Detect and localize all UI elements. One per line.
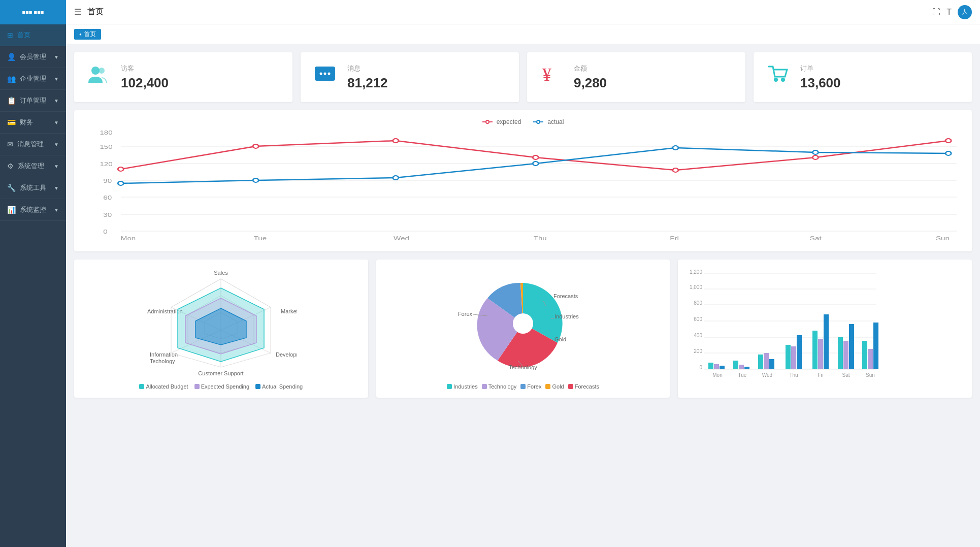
pie-label-gold: Gold [552, 383, 564, 390]
svg-point-38 [393, 176, 399, 180]
pie-legend-gold: Gold [545, 383, 564, 390]
radar-legend: Allocated Budget Expected Spending Actua… [139, 383, 303, 390]
pie-legend-forex: Forex [520, 383, 541, 390]
header-title: 首页 [87, 7, 104, 17]
pie-legend-industries: Industries [447, 383, 478, 390]
svg-text:Wed: Wed [762, 372, 772, 378]
messages-value: 81,212 [347, 75, 388, 91]
member-icon: 👤 [7, 53, 16, 61]
pie-label-forecasts: Forecasts [575, 383, 599, 390]
radar-chart-card: Sales Marketing Development Customer Sup… [74, 260, 368, 398]
pie-label-forex: Forex [527, 383, 541, 390]
radar-dot-expected [194, 384, 200, 389]
svg-text:Fri: Fri [818, 372, 824, 378]
svg-rect-93 [758, 355, 763, 369]
sidebar-item-home-label: 首页 [17, 30, 30, 40]
sidebar-item-tools[interactable]: 🔧 系统工具 ▼ [0, 177, 66, 199]
pie-legend: Industries Technology Forex Gold [447, 383, 599, 390]
chevron-down-icon-2: ▼ [54, 76, 59, 82]
svg-text:Marketing: Marketing [281, 308, 297, 314]
amount-icon: ¥ [539, 62, 564, 92]
svg-point-40 [673, 146, 678, 150]
svg-text:Sat: Sat [810, 235, 822, 241]
stat-card-messages: 消息 81,212 [301, 52, 519, 102]
radar-dot-allocated [139, 384, 144, 389]
svg-rect-85 [708, 363, 713, 369]
sidebar-item-message[interactable]: ✉ 消息管理 ▼ [0, 134, 66, 155]
svg-point-1 [99, 68, 105, 74]
chevron-down-icon-6: ▼ [54, 164, 59, 169]
svg-text:Development: Development [276, 351, 297, 358]
bar-chart-card: 0 200 400 600 800 1,000 1,200 [678, 260, 972, 398]
pie-label-industries: Industries [453, 383, 478, 390]
sidebar-item-home[interactable]: ⊞ 首页 [0, 24, 66, 46]
messages-label: 消息 [347, 64, 361, 73]
svg-point-0 [91, 67, 100, 75]
svg-text:400: 400 [694, 333, 703, 338]
svg-text:Thu: Thu [534, 235, 547, 241]
sidebar-item-enterprise[interactable]: 👥 企业管理 ▼ [0, 68, 66, 90]
svg-point-4 [324, 73, 326, 75]
header: ☰ 首页 ⛶ T 人 [66, 0, 980, 24]
sidebar-logo: ■■■ ■■■ [0, 0, 66, 24]
legend-expected: expected [482, 118, 521, 125]
chevron-down-icon-3: ▼ [54, 98, 59, 104]
svg-rect-97 [786, 345, 791, 369]
order-icon: 📋 [7, 96, 16, 105]
svg-point-31 [393, 139, 399, 143]
svg-text:600: 600 [694, 316, 703, 322]
svg-text:Industries: Industries [554, 313, 579, 319]
avatar[interactable]: 人 [958, 5, 972, 19]
sidebar-item-order-label: 订单管理 [20, 96, 46, 105]
svg-point-42 [945, 151, 951, 155]
menu-icon[interactable]: ☰ [74, 7, 81, 17]
sidebar-item-member[interactable]: 👤 会员管理 ▼ [0, 46, 66, 68]
chevron-down-icon-8: ▼ [54, 207, 59, 213]
pie-dot-forecasts [568, 384, 573, 389]
pie-container: Forecasts Industries Gold Forex Technolo… [384, 268, 662, 390]
svg-text:200: 200 [694, 348, 703, 354]
svg-text:Wed: Wed [394, 235, 409, 241]
enterprise-icon: 👥 [7, 75, 16, 83]
svg-rect-86 [714, 364, 719, 369]
home-icon: ⊞ [7, 31, 13, 39]
svg-text:Technology: Technology [509, 364, 537, 370]
svg-rect-110 [868, 349, 873, 369]
svg-text:150: 150 [100, 144, 112, 150]
svg-point-7 [774, 78, 778, 82]
svg-rect-111 [873, 323, 878, 369]
svg-text:800: 800 [694, 300, 703, 306]
svg-text:Mon: Mon [121, 235, 136, 241]
stat-info-messages: 消息 81,212 [347, 64, 388, 91]
breadcrumb-tag[interactable]: 首页 [74, 29, 101, 40]
svg-text:Sat: Sat [842, 372, 850, 378]
svg-point-39 [533, 162, 538, 166]
sidebar-item-order[interactable]: 📋 订单管理 ▼ [0, 90, 66, 112]
svg-text:Customer Support: Customer Support [199, 370, 244, 376]
pie-dot-technology [482, 384, 487, 389]
svg-text:Sun: Sun [866, 372, 875, 378]
sidebar-item-enterprise-label: 企业管理 [20, 74, 46, 83]
bar-svg: 0 200 400 600 800 1,000 1,200 [686, 268, 879, 379]
svg-rect-105 [838, 337, 843, 369]
orders-icon [766, 62, 790, 92]
sidebar-item-system[interactable]: ⚙ 系统管理 ▼ [0, 155, 66, 177]
chevron-down-icon: ▼ [54, 54, 59, 60]
svg-text:Forex: Forex [458, 311, 473, 317]
line-chart-legend: expected actual [82, 118, 964, 125]
radar-label-allocated: Allocated Budget [146, 383, 188, 390]
breadcrumb-bar: 首页 [66, 24, 980, 44]
sidebar-item-finance[interactable]: 💳 财务 ▼ [0, 112, 66, 134]
svg-text:Information: Information [150, 351, 178, 358]
sidebar-item-monitor[interactable]: 📊 系统监控 ▼ [0, 199, 66, 221]
logo-text: ■■■ ■■■ [22, 9, 44, 15]
svg-text:180: 180 [100, 130, 112, 136]
visitors-label: 访客 [121, 64, 134, 73]
stat-info-orders: 订单 13,600 [800, 64, 841, 91]
radar-dot-actual [255, 384, 260, 389]
fullscreen-icon[interactable]: ⛶ [932, 8, 940, 17]
font-icon[interactable]: T [946, 8, 952, 17]
svg-text:Gold: Gold [554, 336, 566, 342]
chevron-down-icon-4: ▼ [54, 120, 59, 125]
pie-dot-forex [520, 384, 526, 389]
